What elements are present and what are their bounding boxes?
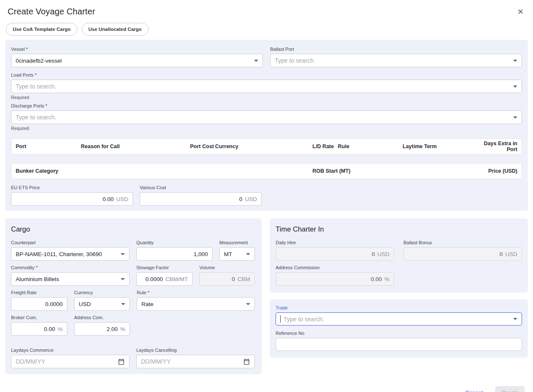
address-com-input[interactable]: 2.00 % <box>74 322 130 336</box>
page-title: Create Voyage Charter <box>8 7 95 17</box>
various-cost-value: 0 <box>239 196 243 202</box>
load-ports-input[interactable]: Type to search. <box>11 80 522 93</box>
reference-no-input[interactable] <box>276 338 522 351</box>
calendar-icon[interactable] <box>118 358 125 365</box>
currency-value: USD <box>79 301 91 307</box>
trade-input[interactable]: Type to search. <box>276 312 522 326</box>
cargo-grid: Counterpart BP-NAME-1011, Charterer, 306… <box>11 240 256 368</box>
discharge-ports-placeholder: Type to search. <box>16 114 56 121</box>
address-commission-unit: % <box>384 276 389 282</box>
freight-rate-field: Freight Rate 0.0000 <box>11 290 67 311</box>
discharge-ports-input[interactable]: Type to search. <box>11 110 522 124</box>
laydays-cancelling-field: Laydays Cancelling DD/MM/YY <box>136 348 255 368</box>
vessel-select[interactable]: 0cinadefb2-vessel <box>11 54 263 67</box>
daily-hire-value: 0 <box>372 251 375 257</box>
bunkers-table-header: Bunker Category ROB Start (MT) Price (US… <box>11 163 522 179</box>
chevron-down-icon <box>513 86 517 88</box>
quantity-field: Quantity 1,000 <box>136 240 213 261</box>
eu-ets-price-field: EU ETS Price 0.00 USD <box>11 185 133 206</box>
vessel-label: Vessel * <box>11 47 263 52</box>
close-icon[interactable]: ✕ <box>516 7 525 17</box>
commodity-select[interactable]: Aluminium Billets <box>11 272 130 286</box>
address-commission-input: 0.00 % <box>276 272 394 286</box>
counterpart-value: BP-NAME-1011, Charterer, 30690 <box>16 251 102 257</box>
various-cost-unit: USD <box>245 196 257 202</box>
various-cost-field: Various Cost 0 USD <box>140 185 262 206</box>
ballast-port-input[interactable]: Type to search. <box>270 54 522 67</box>
laydays-cancelling-input[interactable]: DD/MM/YY <box>136 355 255 368</box>
cargo-title: Cargo <box>11 225 256 233</box>
load-ports-label: Load Ports * <box>11 72 522 77</box>
broker-com-value: 0.00 <box>44 326 55 332</box>
address-com-label: Address Com. <box>74 315 130 320</box>
freight-rate-value: 0.0000 <box>45 301 63 307</box>
trade-field: Trade Type to search. <box>276 305 522 326</box>
use-coa-template-cargo-button[interactable]: Use CoA Template Cargo <box>6 23 77 36</box>
freight-rate-label: Freight Rate <box>11 290 67 295</box>
measurement-field: Measurement MT <box>219 240 255 261</box>
vessel-value: 0cinadefb2-vessel <box>16 58 62 64</box>
broker-com-unit: % <box>58 326 63 332</box>
column-header-laytime-term: Laytime Term <box>403 144 475 149</box>
lower-panels: Cargo Counterpart BP-NAME-1011, Chartere… <box>5 218 528 374</box>
currency-field: Currency USD <box>74 290 130 311</box>
rule-value: Rate <box>141 301 154 307</box>
rule-select[interactable]: Rate <box>137 297 255 311</box>
column-header-bunker-category: Bunker Category <box>16 168 312 174</box>
column-header-days-extra-in-port: Days Extra in Port <box>475 141 517 152</box>
trade-label: Trade <box>276 305 522 310</box>
trade-placeholder: Type to search. <box>284 316 324 323</box>
address-commission-field: Address Commission 0.00 % <box>276 265 394 286</box>
chevron-down-icon <box>513 318 517 320</box>
currency-select[interactable]: USD <box>74 297 130 311</box>
chevron-down-icon <box>246 303 250 305</box>
stowage-factor-input[interactable]: 0.0000 CBM/MT <box>136 272 193 286</box>
column-header-rule: Rule <box>338 144 403 149</box>
quantity-input[interactable]: 1,000 <box>136 247 213 261</box>
time-charter-in-title: Time Charter In <box>276 225 522 233</box>
discharge-ports-field: Discharge Ports * Type to search. Requir… <box>11 103 522 131</box>
ballast-bonus-label: Ballast Bonus <box>403 240 522 245</box>
calendar-icon[interactable] <box>243 358 250 365</box>
stowage-factor-value: 0.0000 <box>145 276 163 282</box>
chevron-down-icon <box>121 278 125 280</box>
various-cost-input[interactable]: 0 USD <box>140 192 262 206</box>
cancel-button[interactable]: Cancel <box>465 389 483 392</box>
ballast-port-field: Ballast Port Type to search. <box>270 47 522 67</box>
commodity-value: Aluminium Billets <box>16 276 59 282</box>
ballast-port-placeholder: Type to search. <box>275 57 315 64</box>
broker-com-input[interactable]: 0.00 % <box>11 322 67 336</box>
column-header-ld-rate: L/D Rate <box>312 144 338 149</box>
create-button[interactable]: Create <box>495 386 525 392</box>
currency-label: Currency <box>74 290 130 295</box>
address-com-unit: % <box>120 326 125 332</box>
use-unallocated-cargo-button[interactable]: Use Unallocated Cargo <box>82 23 149 36</box>
reference-no-field: Reference No <box>276 331 522 351</box>
broker-com-label: Broker Com. <box>11 315 67 320</box>
commodity-label: Commodity * <box>11 265 130 270</box>
eu-ets-price-input[interactable]: 0.00 USD <box>11 192 133 206</box>
chevron-down-icon <box>121 303 125 305</box>
chevron-down-icon <box>254 60 258 62</box>
column-header-port: Port <box>16 144 81 149</box>
extra-costs-row: EU ETS Price 0.00 USD Various Cost 0 USD <box>11 185 522 206</box>
laydays-commence-input[interactable]: DD/MM/YY <box>11 355 130 368</box>
ballast-bonus-field: Ballast Bonus 0 USD <box>403 240 522 261</box>
volume-value: 0 <box>232 276 235 282</box>
time-charter-in-panel: Time Charter In Daily Hire 0 USD Ballast… <box>270 218 528 293</box>
counterpart-label: Counterpart <box>11 240 130 245</box>
dialog-header: Create Voyage Charter ✕ <box>5 7 528 17</box>
volume-field: Volume 0 CBM <box>199 265 255 286</box>
daily-hire-label: Daily Hire <box>276 240 394 245</box>
rule-field: Rule * Rate <box>137 290 255 311</box>
daily-hire-input: 0 USD <box>276 247 394 261</box>
address-com-value: 2.00 <box>107 326 118 332</box>
counterpart-select[interactable]: BP-NAME-1011, Charterer, 30690 <box>11 247 130 261</box>
freight-rate-input[interactable]: 0.0000 <box>11 297 67 311</box>
column-header-reason-for-call: Reason for Call <box>81 144 190 149</box>
eu-ets-price-label: EU ETS Price <box>11 185 133 190</box>
discharge-ports-required-helper: Required <box>11 126 522 131</box>
measurement-select[interactable]: MT <box>219 247 255 261</box>
trade-panel: Trade Type to search. Reference No <box>270 299 528 358</box>
right-column: Time Charter In Daily Hire 0 USD Ballast… <box>270 218 528 374</box>
